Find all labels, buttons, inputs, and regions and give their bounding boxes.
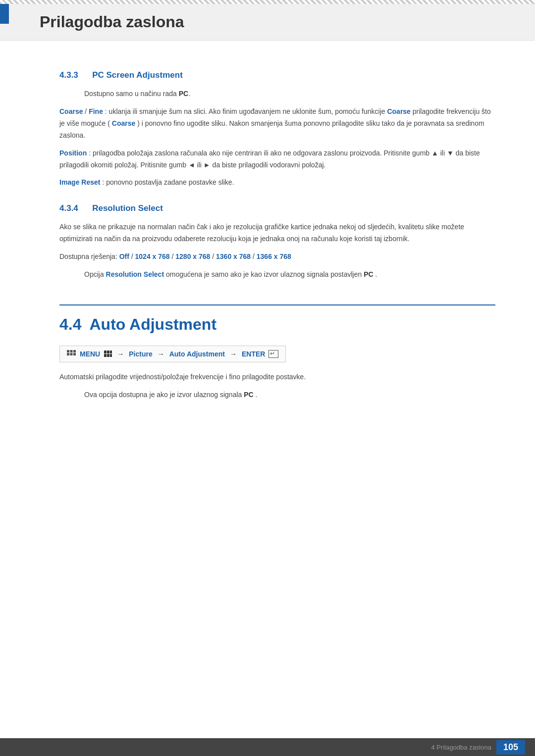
enter-icon: ↵ (268, 350, 278, 358)
resolution-select-note-label: Resolution Select (106, 270, 164, 278)
res4-label: 1366 x 768 (257, 252, 291, 260)
section-44-title: Auto Adjustment (89, 315, 216, 334)
blue-accent (0, 4, 9, 24)
top-stripe (0, 0, 535, 4)
image-reset-label: Image Reset (59, 178, 100, 186)
menu-grid-icon (104, 351, 112, 357)
arrow3: → (230, 350, 237, 358)
svg-rect-3 (67, 353, 69, 355)
section-433-note-bold: PC (179, 90, 188, 98)
section-433-title: PC Screen Adjustment (92, 70, 183, 80)
enter-label: ENTER (242, 350, 265, 358)
section-433-para3: Image Reset : ponovno postavlja zadane p… (59, 177, 495, 189)
section-434-note-suffix: omogućena je samo ako je kao izvor ulazn… (166, 270, 364, 278)
section-44-note-suffix: . (256, 391, 258, 399)
res1-label: 1024 x 768 (135, 252, 170, 260)
off-label: Off (119, 252, 129, 260)
section-434-para1: Ako se slika ne prikazuje na normalan na… (59, 221, 495, 245)
coarse-label2: Coarse (387, 107, 410, 115)
section-433-heading: 4.3.3 PC Screen Adjustment (59, 70, 495, 80)
section-44-pc-label: PC (244, 391, 253, 399)
section-434-note: Opcija Resolution Select omogućena je sa… (59, 269, 495, 280)
fine-label: Fine (89, 107, 103, 115)
main-content: 4.3.3 PC Screen Adjustment Dostupno samo… (0, 41, 535, 437)
section-434-title: Resolution Select (92, 203, 163, 213)
coarse-label: Coarse (59, 107, 83, 115)
arrow2: → (158, 350, 164, 358)
section-433-para1-rest: : uklanja ili smanjuje šum na slici. Ako… (105, 107, 387, 115)
section-433: 4.3.3 PC Screen Adjustment Dostupno samo… (59, 70, 495, 189)
svg-rect-4 (70, 353, 73, 355)
bottom-bar: 4 Prilagodba zaslona 105 (0, 738, 535, 756)
section-433-number: 4.3.3 (59, 70, 78, 80)
section-44: 4.4 Auto Adjustment MENU (59, 304, 495, 400)
page-number: 105 (496, 740, 525, 755)
res2-label: 1280 x 768 (175, 252, 210, 260)
svg-rect-2 (73, 350, 76, 353)
section-434-note-period: . (375, 270, 377, 278)
svg-rect-1 (70, 350, 73, 353)
section-433-note: Dostupno samo u načinu rada PC. (59, 88, 495, 99)
section-434-pc-label: PC (364, 270, 373, 278)
menu-path-box: MENU → Picture → Auto Adjustment → ENTER… (59, 346, 286, 362)
menu-icon (67, 350, 76, 358)
section-433-note-text: Dostupno samo u načinu rada (84, 90, 179, 98)
section-433-para1: Coarse / Fine : uklanja ili smanjuje šum… (59, 106, 495, 141)
section-44-number: 4.4 (59, 315, 81, 334)
page-title: Prilagodba zaslona (40, 13, 184, 31)
section-433-para2-rest: : prilagodba položaja zaslona računala a… (59, 149, 480, 169)
section-434-heading: 4.3.4 Resolution Select (59, 203, 495, 213)
svg-rect-0 (67, 350, 69, 353)
page-container: Prilagodba zaslona 4.3.3 PC Screen Adjus… (0, 0, 535, 756)
footer-label: 4 Prilagodba zaslona (431, 744, 491, 751)
arrow1: → (117, 350, 124, 358)
section-434-resolutions: Dostupna rješenja: Off / 1024 x 768 / 12… (59, 251, 495, 263)
section-434-note-prefix: Opcija (84, 270, 106, 278)
section-44-heading: 4.4 Auto Adjustment (59, 315, 495, 334)
section-433-note-period: . (188, 90, 190, 98)
menu-label: MENU (80, 350, 100, 358)
resolution-prefix: Dostupna rješenja: (59, 252, 119, 260)
picture-label: Picture (129, 350, 152, 358)
coarse-label3: Coarse (112, 119, 135, 127)
auto-adj-label: Auto Adjustment (169, 350, 225, 358)
section-434: 4.3.4 Resolution Select Ako se slika ne … (59, 203, 495, 280)
res3-label: 1360 x 768 (216, 252, 251, 260)
section-44-note-prefix: Ova opcija dostupna je ako je izvor ulaz… (84, 391, 244, 399)
position-label: Position (59, 149, 87, 157)
svg-rect-5 (73, 353, 76, 355)
section-433-para2: Position : prilagodba položaja zaslona r… (59, 148, 495, 171)
page-title-header: Prilagodba zaslona (0, 4, 535, 41)
section-44-note: Ova opcija dostupna je ako je izvor ulaz… (59, 389, 495, 400)
section-44-para1: Automatski prilagodite vrijednosti/polož… (59, 371, 495, 383)
section-433-para3-rest: : ponovno postavlja zadane postavke slik… (102, 178, 234, 186)
menu-svg-icon (67, 350, 76, 358)
section-434-number: 4.3.4 (59, 203, 78, 213)
